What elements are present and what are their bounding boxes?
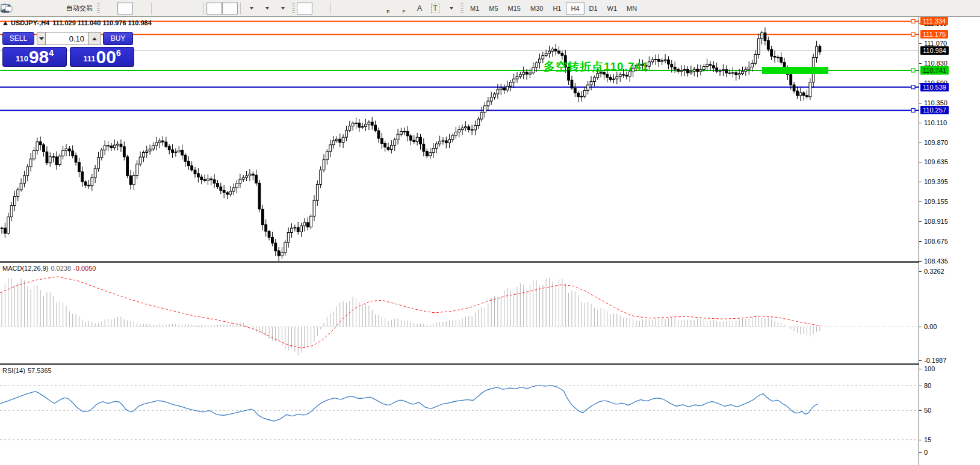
macd-tick-mark	[919, 327, 922, 327]
price-level-label: 110.539	[920, 83, 949, 91]
timeframe-button-m15[interactable]: M15	[503, 2, 526, 15]
macd-name: MACD(12,26,9)	[2, 265, 48, 272]
sell-label: SELL	[10, 34, 27, 43]
price-tick-label: 108.435	[924, 257, 948, 265]
chart-shift-button[interactable]	[222, 2, 238, 15]
macd-panel	[0, 263, 919, 363]
text-tool-button[interactable]: A	[412, 2, 427, 15]
signals-button[interactable]	[48, 2, 64, 15]
triangle-down-icon	[39, 37, 44, 40]
market-watch-button[interactable]	[17, 2, 33, 15]
arrows-tool-button[interactable]	[443, 2, 459, 15]
toolbar-separator	[203, 2, 204, 14]
price-axis[interactable]: 111.305111.070110.830110.590110.350110.1…	[919, 17, 980, 465]
price-tick-label: 109.635	[924, 158, 948, 165]
rsi-value: 57.5365	[28, 367, 52, 374]
horizontal-line-tool-button[interactable]	[349, 2, 365, 15]
sell-price-display[interactable]: 110 98 4	[2, 47, 67, 67]
price-tick-mark	[919, 103, 922, 103]
volume-decrease-button[interactable]	[37, 32, 46, 45]
green-zone-rectangle[interactable]	[762, 67, 828, 74]
autotrade-button[interactable]: 自动交易	[64, 2, 95, 15]
panel-separator[interactable]	[0, 363, 919, 365]
price-tick-label: 109.155	[924, 198, 948, 205]
rsi-axis-label: 50	[924, 407, 931, 414]
zoom-out-button[interactable]	[170, 2, 185, 15]
timeframe-button-m1[interactable]: M1	[465, 2, 484, 15]
rsi-tick-mark	[919, 440, 922, 440]
timeframe-button-mn[interactable]: MN	[622, 2, 642, 15]
search-button[interactable]	[945, 2, 961, 15]
vertical-line-tool-button[interactable]	[333, 2, 349, 15]
price-level-label: 111.334	[920, 17, 948, 25]
rsi-panel	[0, 366, 919, 449]
timeframe-button-d1[interactable]: D1	[585, 2, 603, 15]
rsi-indicator-label: RSI(14)57.5365	[2, 367, 52, 374]
price-tick-label: 110.830	[924, 60, 947, 67]
timeframe-button-h4[interactable]: H4	[566, 2, 584, 15]
rsi-axis-label: 80	[924, 382, 931, 389]
terminal-button[interactable]	[33, 2, 48, 15]
price-tick-mark	[919, 221, 922, 222]
main-price-chart	[0, 17, 919, 261]
rsi-tick-mark	[919, 386, 922, 386]
current-price-label: 110.984	[920, 46, 949, 55]
buy-price-main: 00	[96, 49, 116, 65]
price-level-label: 110.741	[920, 66, 949, 75]
timeframe-button-m5[interactable]: M5	[484, 2, 503, 15]
line-chart-button[interactable]	[133, 2, 149, 15]
trendline-tool-button[interactable]	[365, 2, 380, 15]
crosshair-tool-button[interactable]	[312, 2, 328, 15]
ohlc-values: 111.029 111.040 110.976 110.984	[52, 19, 152, 26]
mt4-terminal-window: { "toolbar": { "order_label": "单", "auto…	[0, 0, 980, 465]
templates-button[interactable]	[274, 2, 290, 15]
volume-input[interactable]	[46, 32, 88, 45]
one-click-trading-panel: SELL BUY 110 98 4 111 00 6	[2, 32, 135, 67]
candlestick-chart-button[interactable]	[117, 2, 133, 15]
chat-bubbles-icon	[0, 3, 13, 13]
channel-tool-button[interactable]: E	[380, 2, 396, 15]
auto-scroll-button[interactable]	[206, 2, 222, 15]
zoom-in-button[interactable]	[154, 2, 170, 15]
price-tick-mark	[919, 63, 922, 64]
macd-indicator-label: MACD(12,26,9)0.0238-0.0050	[2, 265, 96, 272]
symbol-timeframe-label: USDJPY-,H4	[11, 19, 49, 26]
macd-tick-mark	[919, 271, 922, 272]
price-tick-mark	[919, 143, 922, 143]
text-label-icon: T	[431, 4, 439, 13]
sell-price-main: 98	[29, 49, 49, 65]
macd-axis-label: 0.00	[924, 323, 937, 330]
buy-label: BUY	[111, 34, 126, 43]
tile-windows-button[interactable]	[185, 2, 201, 15]
pivot-annotation-text: 多空转折点110.741	[544, 59, 649, 75]
rsi-axis-label: 0	[924, 449, 928, 456]
text-label-tool-button[interactable]: T	[427, 2, 443, 15]
buy-price-display[interactable]: 111 00 6	[70, 47, 134, 67]
toolbar: 单 自动交易	[0, 0, 980, 17]
fibonacci-tool-button[interactable]: F	[396, 2, 412, 15]
periods-button[interactable]	[259, 2, 274, 15]
rsi-tick-mark	[919, 410, 922, 411]
chart-icon	[3, 21, 8, 25]
macd-axis-label: -0.1987	[924, 357, 946, 364]
rsi-tick-mark	[919, 452, 922, 453]
sell-button[interactable]: SELL	[2, 32, 34, 45]
bar-chart-button[interactable]	[102, 2, 117, 15]
price-tick-mark	[919, 241, 922, 242]
indicators-button[interactable]	[243, 2, 259, 15]
price-tick-mark	[919, 182, 922, 182]
price-tick-mark	[919, 202, 922, 202]
buy-button[interactable]: BUY	[103, 32, 133, 45]
price-tick-mark	[919, 123, 922, 123]
timeframe-button-w1[interactable]: W1	[603, 2, 622, 15]
chart-area[interactable]: USDJPY-,H4 111.029 111.040 110.976 110.9…	[0, 17, 919, 465]
chat-button[interactable]	[961, 2, 976, 15]
price-tick-label: 111.070	[924, 40, 947, 47]
rsi-axis-label: 100	[924, 365, 935, 372]
volume-increase-button[interactable]	[88, 32, 101, 45]
timeframe-button-m30[interactable]: M30	[526, 2, 548, 15]
timeframe-button-h1[interactable]: H1	[548, 2, 566, 15]
toolbar-grip	[292, 3, 295, 14]
text-tool-icon: A	[417, 4, 423, 13]
cursor-tool-button[interactable]	[297, 2, 312, 15]
